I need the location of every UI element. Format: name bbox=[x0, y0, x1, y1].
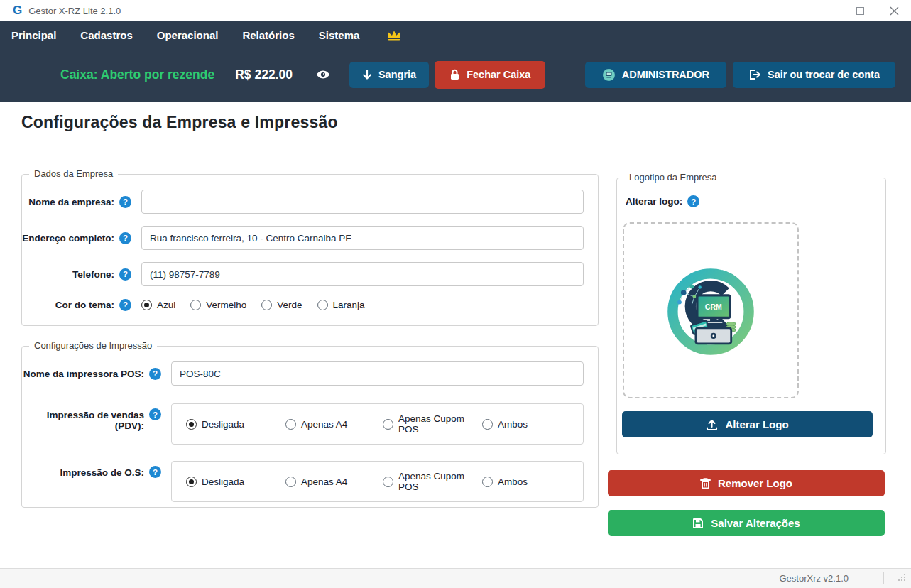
sair-button[interactable]: Sair ou trocar de conta bbox=[733, 62, 895, 88]
printer-name-label: Nome da impressora POS: bbox=[22, 369, 144, 379]
os-radio-apenas-cupom[interactable]: Apenas Cupom POS bbox=[383, 471, 482, 492]
menu-sistema[interactable]: Sistema bbox=[319, 29, 360, 41]
radio-icon bbox=[285, 419, 296, 430]
exit-icon bbox=[748, 69, 761, 80]
remover-logo-button-label: Remover Logo bbox=[718, 477, 792, 489]
page-header: Configurações da Empresa e Impressão bbox=[0, 102, 911, 143]
sangria-label: Sangria bbox=[378, 69, 416, 80]
radio-icon bbox=[141, 300, 152, 310]
menu-principal[interactable]: Principal bbox=[11, 29, 56, 41]
company-logo-image: CRM bbox=[663, 263, 758, 358]
close-icon[interactable] bbox=[877, 0, 911, 21]
printing-legend: Configurações de Impressão bbox=[29, 340, 157, 351]
eye-icon[interactable] bbox=[316, 69, 330, 80]
menu-cadastros[interactable]: Cadastros bbox=[80, 29, 132, 41]
window-title: Gestor X-RZ Lite 2.1.0 bbox=[28, 6, 121, 16]
title-bar: G Gestor X-RZ Lite 2.1.0 bbox=[0, 0, 911, 21]
resize-grip-icon[interactable] bbox=[897, 572, 906, 584]
user-badge-icon bbox=[602, 68, 616, 82]
radio-icon bbox=[190, 300, 201, 310]
pdv-radio-group: Desligada Apenas A4 Apenas Cupom POS Amb… bbox=[171, 403, 584, 445]
question-icon[interactable]: ? bbox=[119, 232, 131, 244]
theme-radio-verde[interactable]: Verde bbox=[261, 300, 302, 310]
statusbar-divider bbox=[883, 572, 884, 584]
company-phone-row: Telefone: ? bbox=[22, 262, 584, 286]
pdv-printing-row: Impressão de vendas (PDV): ? Desligada A… bbox=[22, 403, 584, 445]
crown-icon[interactable] bbox=[386, 29, 402, 41]
menu-relatorios[interactable]: Relatórios bbox=[242, 29, 294, 41]
logo-groupbox: Logotipo da Empresa Alterar logo: ? bbox=[616, 178, 886, 454]
question-icon[interactable]: ? bbox=[119, 196, 131, 208]
cash-amount: R$ 222.00 bbox=[235, 67, 293, 82]
logo-legend: Logotipo da Empresa bbox=[624, 172, 722, 183]
cash-status-text: Caixa: Aberto por rezende bbox=[60, 67, 214, 82]
company-data-groupbox: Dados da Empresa Nome da empresa: ? Ende… bbox=[21, 174, 599, 326]
salvar-alteracoes-button[interactable]: Salvar Alterações bbox=[608, 510, 885, 536]
minimize-icon[interactable] bbox=[809, 0, 843, 21]
theme-color-label: Cor do tema: bbox=[22, 300, 114, 310]
menu-bar: Principal Cadastros Operacional Relatóri… bbox=[0, 21, 911, 48]
alterar-logo-button[interactable]: Alterar Logo bbox=[622, 411, 873, 437]
pdv-radio-ambos[interactable]: Ambos bbox=[482, 419, 528, 430]
company-phone-input[interactable] bbox=[141, 262, 584, 286]
printing-groupbox: Configurações de Impressão Nome da impre… bbox=[21, 346, 599, 508]
maximize-icon[interactable] bbox=[843, 0, 877, 21]
company-phone-label: Telefone: bbox=[22, 269, 114, 280]
alterar-logo-button-label: Alterar Logo bbox=[725, 418, 788, 430]
alterar-logo-row: Alterar logo: ? bbox=[626, 195, 699, 207]
theme-radio-azul[interactable]: Azul bbox=[141, 300, 175, 310]
radio-icon bbox=[186, 419, 197, 430]
pdv-radio-apenas-a4[interactable]: Apenas A4 bbox=[285, 419, 383, 430]
question-icon[interactable]: ? bbox=[149, 408, 161, 420]
question-icon[interactable]: ? bbox=[687, 195, 699, 207]
question-icon[interactable]: ? bbox=[119, 268, 131, 281]
os-radio-group: Desligada Apenas A4 Apenas Cupom POS Amb… bbox=[171, 461, 584, 502]
sangria-button[interactable]: Sangria bbox=[349, 62, 429, 88]
remover-logo-button[interactable]: Remover Logo bbox=[608, 470, 885, 496]
printer-name-input[interactable] bbox=[171, 361, 584, 386]
os-radio-desligada[interactable]: Desligada bbox=[186, 477, 285, 487]
fechar-caixa-label: Fechar Caixa bbox=[467, 69, 530, 80]
page-title: Configurações da Empresa e Impressão bbox=[21, 113, 338, 132]
alterar-logo-label: Alterar logo: bbox=[626, 196, 682, 207]
question-icon[interactable]: ? bbox=[149, 466, 161, 478]
radio-icon bbox=[482, 419, 493, 430]
pdv-radio-desligada[interactable]: Desligada bbox=[186, 419, 285, 430]
upload-icon bbox=[706, 419, 718, 430]
fechar-caixa-button[interactable]: Fechar Caixa bbox=[435, 61, 545, 89]
company-name-input[interactable] bbox=[141, 190, 584, 214]
company-name-row: Nome da empresa: ? bbox=[22, 190, 584, 214]
arrow-down-icon bbox=[362, 70, 372, 80]
question-icon[interactable]: ? bbox=[119, 299, 131, 311]
os-printing-row: Impressão de O.S: ? Desligada Apenas A4 … bbox=[22, 461, 584, 502]
svg-text:CRM: CRM bbox=[705, 303, 722, 311]
menu-operacional[interactable]: Operacional bbox=[157, 29, 219, 41]
app-window: G Gestor X-RZ Lite 2.1.0 Principal Cadas… bbox=[0, 0, 911, 588]
company-address-row: Endereço completo: ? bbox=[22, 226, 584, 250]
pdv-printing-label: Impressão de vendas (PDV): bbox=[22, 410, 144, 431]
radio-icon bbox=[482, 477, 493, 487]
company-legend: Dados da Empresa bbox=[29, 168, 118, 179]
radio-icon bbox=[317, 300, 328, 310]
radio-icon bbox=[383, 477, 393, 487]
printer-name-row: Nome da impressora POS: ? bbox=[22, 361, 584, 386]
administrador-label: ADMINISTRADOR bbox=[622, 69, 709, 80]
os-radio-ambos[interactable]: Ambos bbox=[482, 477, 528, 487]
sair-label: Sair ou trocar de conta bbox=[768, 69, 880, 80]
question-icon[interactable]: ? bbox=[149, 368, 161, 380]
company-address-label: Endereço completo: bbox=[22, 233, 114, 244]
main-header: Principal Cadastros Operacional Relatóri… bbox=[0, 21, 911, 102]
radio-icon bbox=[186, 477, 197, 487]
os-printing-label: Impressão de O.S: bbox=[22, 467, 144, 478]
company-address-input[interactable] bbox=[141, 226, 584, 250]
theme-radio-vermelho[interactable]: Vermelho bbox=[190, 300, 246, 310]
theme-color-row: Cor do tema: ? Azul Vermelho Verde Laran… bbox=[22, 295, 584, 314]
os-radio-apenas-a4[interactable]: Apenas A4 bbox=[285, 477, 383, 487]
save-icon bbox=[692, 518, 704, 529]
theme-radio-laranja[interactable]: Laranja bbox=[317, 300, 365, 310]
administrador-button[interactable]: ADMINISTRADOR bbox=[585, 62, 726, 88]
radio-icon bbox=[383, 419, 393, 430]
pdv-radio-apenas-cupom[interactable]: Apenas Cupom POS bbox=[383, 413, 482, 435]
logo-dropzone[interactable]: CRM bbox=[623, 222, 799, 398]
trash-icon bbox=[700, 477, 711, 489]
